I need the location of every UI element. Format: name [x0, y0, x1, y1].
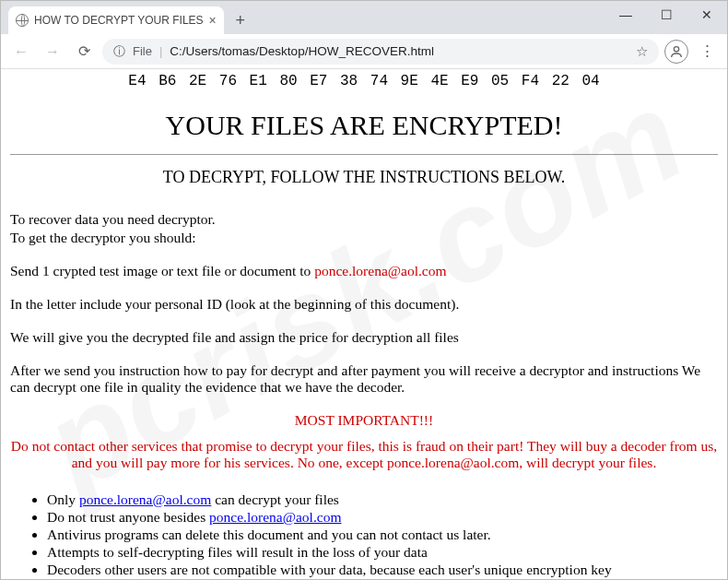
- page-content: E4 B6 2E 76 E1 80 E7 38 74 9E 4E E9 05 F…: [1, 69, 727, 580]
- paragraph: After we send you instruction how to pay…: [10, 362, 718, 396]
- page-heading: YOUR FILES ARE ENCRYPTED!: [10, 110, 718, 141]
- svg-point-0: [674, 46, 678, 51]
- globe-icon: [16, 14, 29, 27]
- list-item: Only ponce.lorena@aol.com can decrypt yo…: [47, 491, 718, 508]
- list-item: Decoders other users are not compatible …: [47, 562, 718, 578]
- url-path: C:/Users/tomas/Desktop/HOW_RECOVER.html: [170, 44, 434, 58]
- important-body: Do not contact other services that promi…: [10, 438, 718, 471]
- paragraph: To get the decryptor you should:: [10, 230, 718, 246]
- email-link[interactable]: ponce.lorena@aol.com: [209, 509, 341, 525]
- email-link[interactable]: ponce.lorena@aol.com: [79, 491, 211, 507]
- close-window-button[interactable]: ✕: [687, 1, 727, 29]
- browser-tab[interactable]: HOW TO DECRYPT YOUR FILES ×: [8, 6, 224, 34]
- close-tab-icon[interactable]: ×: [209, 13, 217, 28]
- paragraph: We will give you the decrypted file and …: [10, 329, 718, 346]
- tab-title: HOW TO DECRYPT YOUR FILES: [34, 14, 204, 27]
- back-button[interactable]: ←: [8, 39, 34, 65]
- list-item: Antivirus programs can delete this docum…: [47, 527, 718, 543]
- paragraph: To recover data you need decryptor.: [10, 211, 718, 228]
- info-icon: ⓘ: [113, 43, 125, 60]
- contact-email: ponce.lorena@aol.com: [314, 263, 446, 278]
- text: , will decrypt your files.: [519, 455, 656, 470]
- menu-button[interactable]: ⋮: [694, 41, 720, 61]
- list-item: Attempts to self-decrypting files will r…: [47, 544, 718, 561]
- url-separator: |: [159, 44, 162, 58]
- text: Send 1 crypted test image or text file o…: [10, 263, 314, 278]
- bullet-list: Only ponce.lorena@aol.com can decrypt yo…: [47, 491, 718, 578]
- subheading: TO DECRYPT, FOLLOW THE INSTRUCTIONS BELO…: [10, 168, 718, 187]
- contact-email: ponce.lorena@aol.com: [387, 455, 519, 470]
- minimize-button[interactable]: —: [605, 1, 646, 29]
- window-titlebar: HOW TO DECRYPT YOUR FILES × + — ☐ ✕: [1, 1, 727, 34]
- address-bar: ← → ⟳ ⓘ File | C:/Users/tomas/Desktop/HO…: [1, 34, 727, 69]
- profile-avatar[interactable]: [664, 40, 688, 64]
- list-item: Do not trust anyone besides ponce.lorena…: [47, 509, 718, 526]
- bookmark-star-icon[interactable]: ☆: [636, 43, 648, 60]
- important-title: MOST IMPORTANT!!!: [10, 412, 718, 429]
- url-scheme: File: [133, 44, 152, 58]
- new-tab-button[interactable]: +: [228, 7, 253, 33]
- maximize-button[interactable]: ☐: [646, 1, 687, 29]
- paragraph: Send 1 crypted test image or text file o…: [10, 263, 718, 279]
- divider: [10, 154, 718, 155]
- reload-button[interactable]: ⟳: [71, 39, 97, 65]
- paragraph: In the letter include your personal ID (…: [10, 296, 718, 313]
- forward-button[interactable]: →: [40, 39, 65, 65]
- url-field[interactable]: ⓘ File | C:/Users/tomas/Desktop/HOW_RECO…: [102, 39, 659, 65]
- window-controls: — ☐ ✕: [605, 1, 727, 29]
- hex-id: E4 B6 2E 76 E1 80 E7 38 74 9E 4E E9 05 F…: [10, 73, 718, 89]
